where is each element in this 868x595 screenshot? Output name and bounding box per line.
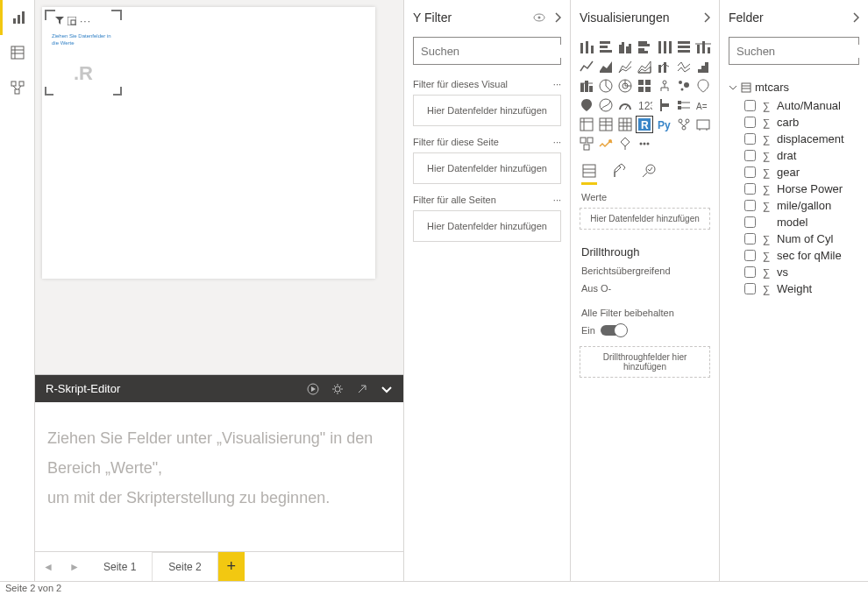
- filter-search[interactable]: [413, 37, 561, 65]
- model-view-tab[interactable]: [0, 70, 35, 105]
- viz-tab-format[interactable]: [611, 163, 627, 185]
- r-visual-frame[interactable]: ··· Ziehen Sie Datenfelder in die Werte …: [46, 11, 121, 95]
- viz-hierarchy[interactable]: [656, 77, 673, 95]
- collapse-editor-icon[interactable]: [381, 383, 393, 395]
- viz-slicer[interactable]: A=: [694, 96, 712, 114]
- data-view-tab[interactable]: [0, 35, 35, 70]
- viz-ribbon[interactable]: [675, 58, 693, 75]
- viz-gauge[interactable]: [616, 96, 634, 114]
- field-checkbox[interactable]: [744, 183, 756, 195]
- viz-funnel[interactable]: [578, 77, 595, 95]
- field-model[interactable]: model: [727, 214, 861, 230]
- viz-100-area[interactable]: [636, 58, 653, 75]
- viz-clustered-column[interactable]: [616, 39, 634, 56]
- viz-scatter[interactable]: [675, 77, 693, 95]
- viz-multi-card[interactable]: [675, 96, 693, 114]
- field-checkbox[interactable]: [744, 166, 756, 178]
- field-gear[interactable]: ∑gear: [727, 164, 861, 181]
- viz-clustered-bar[interactable]: [636, 39, 653, 56]
- field-checkbox[interactable]: [744, 117, 756, 128]
- field-mile-gallon[interactable]: ∑mile/gallon: [727, 197, 861, 214]
- viz-100-bar[interactable]: [675, 39, 693, 56]
- table-node-mtcars[interactable]: mtcars: [727, 77, 861, 97]
- filter-all-dropzone[interactable]: Hier Datenfelder hinzufügen: [413, 210, 561, 242]
- viz-map[interactable]: [694, 77, 712, 95]
- viz-treemap[interactable]: [636, 77, 653, 95]
- filter-icon[interactable]: [55, 17, 64, 25]
- field-checkbox[interactable]: [744, 133, 756, 145]
- viz-tab-fields[interactable]: [581, 163, 597, 185]
- viz-kpi[interactable]: [656, 96, 673, 114]
- viz-python-visual[interactable]: Py: [656, 116, 673, 133]
- collapse-filter-icon[interactable]: [554, 12, 561, 23]
- viz-stacked-area[interactable]: [616, 58, 634, 75]
- field-num-of-cyl[interactable]: ∑Num of Cyl: [727, 230, 861, 247]
- add-page-button[interactable]: +: [218, 552, 245, 581]
- viz-card[interactable]: 123: [636, 96, 653, 114]
- more-icon[interactable]: ···: [80, 15, 91, 27]
- viz-matrix[interactable]: [597, 116, 615, 133]
- filter-visual-dropzone[interactable]: Hier Datenfelder hinzufügen: [413, 95, 561, 126]
- filter-page-more[interactable]: ···: [553, 137, 561, 147]
- viz-waterfall[interactable]: [694, 58, 712, 75]
- drill-keep-toggle[interactable]: [601, 325, 627, 336]
- fields-search-input[interactable]: [736, 45, 868, 58]
- viz-combo[interactable]: [656, 58, 673, 75]
- viz-key-influencers[interactable]: [675, 116, 693, 133]
- report-view-tab[interactable]: [0, 0, 35, 35]
- viz-stacked-bar-h[interactable]: [597, 39, 615, 56]
- viz-100-column[interactable]: [656, 39, 673, 56]
- viz-line[interactable]: [578, 58, 595, 75]
- viz-qa[interactable]: [578, 135, 595, 152]
- viz-shape-map[interactable]: [597, 96, 615, 114]
- focus-icon[interactable]: [68, 17, 76, 25]
- viz-pie[interactable]: [597, 77, 615, 95]
- viz-table[interactable]: [578, 116, 595, 133]
- field-carb[interactable]: ∑carb: [727, 114, 861, 131]
- tab-next[interactable]: ►: [61, 552, 88, 581]
- report-canvas[interactable]: ··· Ziehen Sie Datenfelder in die Werte …: [35, 0, 403, 374]
- eye-icon[interactable]: [533, 13, 545, 22]
- viz-filled-map[interactable]: [578, 96, 595, 114]
- field-checkbox[interactable]: [744, 266, 756, 278]
- page-tab-1[interactable]: Seite 1: [88, 552, 153, 581]
- drill-cross-value[interactable]: Aus O-: [581, 283, 708, 294]
- viz-arcgis[interactable]: [616, 135, 634, 152]
- fields-search[interactable]: [729, 37, 859, 65]
- report-page[interactable]: ··· Ziehen Sie Datenfelder in die Werte …: [42, 7, 375, 279]
- field-displacement[interactable]: ∑displacement: [727, 131, 861, 147]
- collapse-fields-icon[interactable]: [852, 12, 859, 23]
- viz-tab-analytics[interactable]: [641, 163, 657, 185]
- popout-icon[interactable]: [356, 383, 368, 395]
- field-checkbox[interactable]: [744, 250, 756, 261]
- drillthrough-dropzone[interactable]: Drillthroughfelder hier hinzufügen: [580, 346, 710, 378]
- r-editor-body[interactable]: Ziehen Sie Felder unter „Visualisierung"…: [35, 402, 403, 551]
- field-checkbox[interactable]: [744, 150, 756, 161]
- field-checkbox[interactable]: [744, 216, 756, 228]
- viz-pivot[interactable]: [616, 116, 634, 133]
- values-dropzone[interactable]: Hier Datenfelder hinzufügen: [580, 208, 710, 230]
- filter-visual-more[interactable]: ···: [553, 79, 561, 89]
- viz-r-visual[interactable]: R: [636, 116, 653, 133]
- viz-decomposition[interactable]: [694, 116, 712, 133]
- tab-prev[interactable]: ◄: [35, 552, 61, 581]
- collapse-viz-icon[interactable]: [703, 12, 710, 23]
- field-drat[interactable]: ∑drat: [727, 147, 861, 164]
- filter-page-dropzone[interactable]: Hier Datenfelder hinzufügen: [413, 152, 561, 184]
- viz-column-line[interactable]: [694, 39, 712, 56]
- viz-donut[interactable]: [616, 77, 634, 95]
- field-checkbox[interactable]: [744, 100, 756, 111]
- field-auto-manual[interactable]: ∑Auto/Manual: [727, 97, 861, 114]
- viz-stacked-bar[interactable]: [578, 39, 595, 56]
- field-checkbox[interactable]: [744, 200, 756, 211]
- run-script-icon[interactable]: [307, 383, 319, 395]
- field-checkbox[interactable]: [744, 283, 756, 294]
- field-weight[interactable]: ∑Weight: [727, 280, 861, 297]
- viz-paginated[interactable]: [597, 135, 615, 152]
- script-options-icon[interactable]: [331, 383, 344, 395]
- field-checkbox[interactable]: [744, 233, 756, 244]
- field-vs[interactable]: ∑vs: [727, 264, 861, 280]
- field-horse-power[interactable]: ∑Horse Power: [727, 181, 861, 197]
- field-sec-for-qmile[interactable]: ∑sec for qMile: [727, 247, 861, 264]
- page-tab-2[interactable]: Seite 2: [153, 552, 217, 581]
